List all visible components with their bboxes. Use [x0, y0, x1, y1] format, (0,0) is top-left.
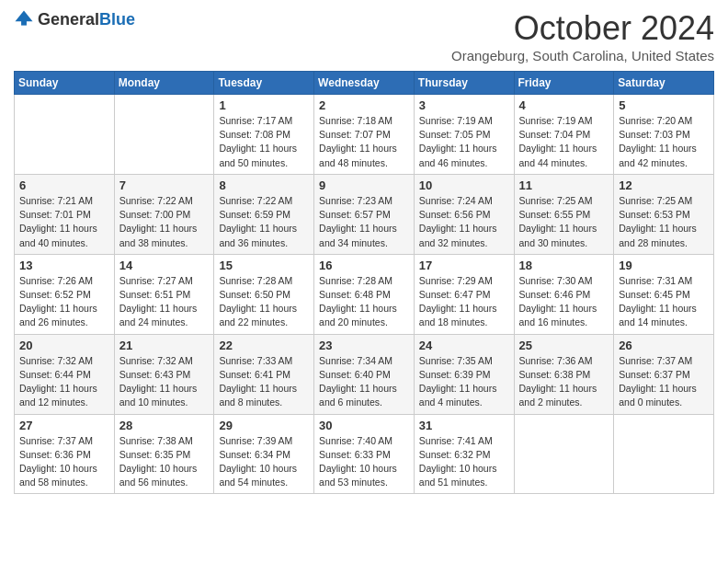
day-detail: Sunrise: 7:28 AM Sunset: 6:50 PM Dayligh…	[219, 274, 309, 330]
day-number: 5	[619, 98, 709, 112]
day-detail: Sunrise: 7:19 AM Sunset: 7:04 PM Dayligh…	[519, 114, 609, 170]
weekday-header-wednesday: Wednesday	[314, 72, 415, 95]
day-detail: Sunrise: 7:31 AM Sunset: 6:45 PM Dayligh…	[619, 274, 709, 330]
logo-icon	[14, 9, 34, 29]
calendar-cell: 14Sunrise: 7:27 AM Sunset: 6:51 PM Dayli…	[114, 254, 214, 334]
calendar-cell	[15, 95, 115, 175]
logo-text-blue: Blue	[99, 10, 135, 29]
calendar-cell: 22Sunrise: 7:33 AM Sunset: 6:41 PM Dayli…	[214, 334, 314, 414]
day-detail: Sunrise: 7:28 AM Sunset: 6:48 PM Dayligh…	[319, 274, 409, 330]
day-number: 27	[19, 419, 109, 432]
calendar-cell: 21Sunrise: 7:32 AM Sunset: 6:43 PM Dayli…	[114, 334, 214, 414]
calendar-cell: 28Sunrise: 7:38 AM Sunset: 6:35 PM Dayli…	[114, 414, 214, 494]
day-number: 4	[519, 98, 609, 112]
calendar-cell: 6Sunrise: 7:21 AM Sunset: 7:01 PM Daylig…	[15, 174, 115, 254]
day-detail: Sunrise: 7:27 AM Sunset: 6:51 PM Dayligh…	[119, 274, 210, 330]
day-number: 6	[19, 178, 109, 192]
svg-rect-1	[21, 18, 27, 25]
calendar-cell: 29Sunrise: 7:39 AM Sunset: 6:34 PM Dayli…	[214, 414, 314, 494]
calendar-cell: 19Sunrise: 7:31 AM Sunset: 6:45 PM Dayli…	[614, 254, 714, 334]
day-detail: Sunrise: 7:17 AM Sunset: 7:08 PM Dayligh…	[219, 114, 309, 170]
weekday-header-friday: Friday	[514, 72, 614, 95]
day-detail: Sunrise: 7:36 AM Sunset: 6:38 PM Dayligh…	[519, 354, 609, 410]
day-number: 3	[419, 98, 509, 112]
calendar-cell: 17Sunrise: 7:29 AM Sunset: 6:47 PM Dayli…	[414, 254, 514, 334]
calendar-cell: 15Sunrise: 7:28 AM Sunset: 6:50 PM Dayli…	[214, 254, 314, 334]
month-title: October 2024	[451, 9, 714, 48]
calendar-cell: 20Sunrise: 7:32 AM Sunset: 6:44 PM Dayli…	[15, 334, 115, 414]
day-detail: Sunrise: 7:37 AM Sunset: 6:37 PM Dayligh…	[619, 354, 709, 410]
day-detail: Sunrise: 7:25 AM Sunset: 6:55 PM Dayligh…	[519, 194, 609, 250]
calendar-cell: 27Sunrise: 7:37 AM Sunset: 6:36 PM Dayli…	[15, 414, 115, 494]
day-detail: Sunrise: 7:25 AM Sunset: 6:53 PM Dayligh…	[619, 194, 709, 250]
day-detail: Sunrise: 7:22 AM Sunset: 6:59 PM Dayligh…	[219, 194, 309, 250]
day-number: 17	[419, 259, 509, 272]
calendar-cell: 24Sunrise: 7:35 AM Sunset: 6:39 PM Dayli…	[414, 334, 514, 414]
day-number: 7	[119, 178, 210, 192]
calendar-cell: 26Sunrise: 7:37 AM Sunset: 6:37 PM Dayli…	[614, 334, 714, 414]
day-detail: Sunrise: 7:39 AM Sunset: 6:34 PM Dayligh…	[219, 434, 309, 490]
day-detail: Sunrise: 7:29 AM Sunset: 6:47 PM Dayligh…	[419, 274, 509, 330]
day-number: 22	[219, 339, 309, 352]
day-number: 25	[519, 339, 609, 352]
day-number: 26	[619, 339, 709, 352]
calendar-cell: 11Sunrise: 7:25 AM Sunset: 6:55 PM Dayli…	[514, 174, 614, 254]
day-number: 10	[419, 178, 509, 192]
day-detail: Sunrise: 7:18 AM Sunset: 7:07 PM Dayligh…	[319, 114, 409, 170]
day-number: 30	[319, 419, 409, 432]
day-detail: Sunrise: 7:41 AM Sunset: 6:32 PM Dayligh…	[419, 434, 509, 490]
day-detail: Sunrise: 7:38 AM Sunset: 6:35 PM Dayligh…	[119, 434, 210, 490]
day-detail: Sunrise: 7:32 AM Sunset: 6:44 PM Dayligh…	[19, 354, 109, 410]
day-number: 15	[219, 259, 309, 272]
calendar-cell: 23Sunrise: 7:34 AM Sunset: 6:40 PM Dayli…	[314, 334, 415, 414]
day-number: 13	[19, 259, 109, 272]
day-number: 28	[119, 419, 210, 432]
location-title: Orangeburg, South Carolina, United State…	[451, 48, 714, 63]
calendar-cell: 16Sunrise: 7:28 AM Sunset: 6:48 PM Dayli…	[314, 254, 415, 334]
day-number: 2	[319, 98, 409, 112]
calendar-cell: 10Sunrise: 7:24 AM Sunset: 6:56 PM Dayli…	[414, 174, 514, 254]
day-number: 14	[119, 259, 210, 272]
calendar-cell: 9Sunrise: 7:23 AM Sunset: 6:57 PM Daylig…	[314, 174, 415, 254]
day-number: 9	[319, 178, 409, 192]
calendar-cell	[614, 414, 714, 494]
weekday-header-saturday: Saturday	[614, 72, 714, 95]
day-number: 23	[319, 339, 409, 352]
logo-text-general: General	[38, 10, 99, 29]
day-number: 16	[319, 259, 409, 272]
day-number: 11	[519, 178, 609, 192]
day-number: 29	[219, 419, 309, 432]
day-detail: Sunrise: 7:22 AM Sunset: 7:00 PM Dayligh…	[119, 194, 210, 250]
calendar-table: SundayMondayTuesdayWednesdayThursdayFrid…	[14, 71, 714, 494]
calendar-cell: 2Sunrise: 7:18 AM Sunset: 7:07 PM Daylig…	[314, 95, 415, 175]
weekday-header-sunday: Sunday	[15, 72, 115, 95]
day-detail: Sunrise: 7:24 AM Sunset: 6:56 PM Dayligh…	[419, 194, 509, 250]
calendar-week-row: 20Sunrise: 7:32 AM Sunset: 6:44 PM Dayli…	[15, 334, 714, 414]
day-detail: Sunrise: 7:23 AM Sunset: 6:57 PM Dayligh…	[319, 194, 409, 250]
calendar-cell: 30Sunrise: 7:40 AM Sunset: 6:33 PM Dayli…	[314, 414, 415, 494]
day-number: 18	[519, 259, 609, 272]
calendar-cell: 13Sunrise: 7:26 AM Sunset: 6:52 PM Dayli…	[15, 254, 115, 334]
calendar-cell: 3Sunrise: 7:19 AM Sunset: 7:05 PM Daylig…	[414, 95, 514, 175]
page-header: GeneralBlue October 2024 Orangeburg, Sou…	[14, 9, 714, 63]
day-detail: Sunrise: 7:40 AM Sunset: 6:33 PM Dayligh…	[319, 434, 409, 490]
day-detail: Sunrise: 7:21 AM Sunset: 7:01 PM Dayligh…	[19, 194, 109, 250]
day-number: 19	[619, 259, 709, 272]
calendar-week-row: 13Sunrise: 7:26 AM Sunset: 6:52 PM Dayli…	[15, 254, 714, 334]
calendar-cell: 31Sunrise: 7:41 AM Sunset: 6:32 PM Dayli…	[414, 414, 514, 494]
day-number: 20	[19, 339, 109, 352]
calendar-cell: 12Sunrise: 7:25 AM Sunset: 6:53 PM Dayli…	[614, 174, 714, 254]
day-detail: Sunrise: 7:34 AM Sunset: 6:40 PM Dayligh…	[319, 354, 409, 410]
weekday-header-row: SundayMondayTuesdayWednesdayThursdayFrid…	[15, 72, 714, 95]
weekday-header-monday: Monday	[114, 72, 214, 95]
day-detail: Sunrise: 7:30 AM Sunset: 6:46 PM Dayligh…	[519, 274, 609, 330]
calendar-cell: 1Sunrise: 7:17 AM Sunset: 7:08 PM Daylig…	[214, 95, 314, 175]
day-number: 21	[119, 339, 210, 352]
calendar-cell: 18Sunrise: 7:30 AM Sunset: 6:46 PM Dayli…	[514, 254, 614, 334]
day-number: 24	[419, 339, 509, 352]
day-detail: Sunrise: 7:26 AM Sunset: 6:52 PM Dayligh…	[19, 274, 109, 330]
day-detail: Sunrise: 7:20 AM Sunset: 7:03 PM Dayligh…	[619, 114, 709, 170]
calendar-cell: 7Sunrise: 7:22 AM Sunset: 7:00 PM Daylig…	[114, 174, 214, 254]
calendar-week-row: 6Sunrise: 7:21 AM Sunset: 7:01 PM Daylig…	[15, 174, 714, 254]
day-detail: Sunrise: 7:37 AM Sunset: 6:36 PM Dayligh…	[19, 434, 109, 490]
